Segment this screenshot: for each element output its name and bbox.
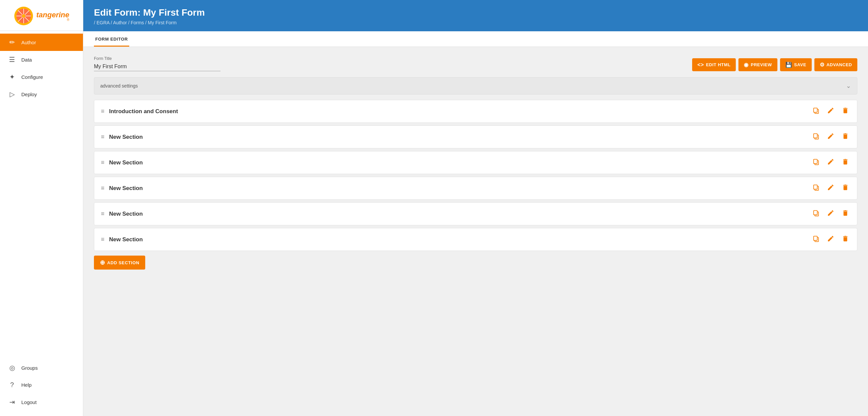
sidebar-item-help[interactable]: ? Help — [0, 376, 83, 393]
section-title: Introduction and Consent — [109, 108, 178, 115]
page-header: Edit Form: My First Form / EGRA / Author… — [83, 0, 868, 31]
section-title: New Section — [109, 134, 143, 140]
help-icon: ? — [8, 381, 16, 389]
sidebar-item-deploy[interactable]: ▷ Deploy — [0, 85, 83, 103]
section-left: ≡ New Section — [101, 159, 143, 166]
delete-section-button[interactable] — [840, 158, 850, 168]
sidebar: tangerine ® ✏ Author ☰ Data ✦ Configure … — [0, 0, 83, 416]
sidebar-item-configure[interactable]: ✦ Configure — [0, 68, 83, 85]
section-row: ≡ New Section — [94, 202, 857, 225]
section-row: ≡ New Section — [94, 177, 857, 200]
svg-rect-8 — [814, 108, 817, 112]
section-left: ≡ New Section — [101, 236, 143, 243]
copy-section-button[interactable] — [811, 234, 821, 245]
save-label: SAVE — [794, 62, 806, 67]
drag-handle-icon[interactable]: ≡ — [101, 159, 104, 166]
logo-icon — [14, 6, 34, 26]
page-title: Edit Form: My First Form — [94, 7, 857, 18]
sidebar-label-logout: Logout — [21, 400, 37, 405]
edit-html-label: EDIT HTML — [706, 62, 731, 67]
drag-handle-icon[interactable]: ≡ — [101, 108, 104, 115]
preview-button[interactable]: ◉ PREVIEW — [738, 58, 777, 71]
section-title: New Section — [109, 211, 143, 217]
author-icon: ✏ — [8, 38, 16, 46]
form-title-input[interactable] — [94, 62, 220, 71]
sections-list: ≡ Introduction and Consent — [94, 100, 857, 251]
drag-handle-icon[interactable]: ≡ — [101, 236, 104, 243]
groups-icon: ◎ — [8, 364, 16, 372]
copy-icon — [812, 184, 820, 191]
form-title-row: Form Title <> EDIT HTML ◉ PREVIEW 💾 SAVE… — [94, 56, 857, 71]
sidebar-item-author[interactable]: ✏ Author — [0, 34, 83, 51]
section-left: ≡ New Section — [101, 210, 143, 217]
save-icon: 💾 — [785, 62, 793, 68]
form-title-label: Form Title — [94, 56, 220, 61]
drag-handle-icon[interactable]: ≡ — [101, 210, 104, 217]
copy-section-button[interactable] — [811, 106, 821, 116]
deploy-icon: ▷ — [8, 90, 16, 98]
edit-section-button[interactable] — [826, 158, 836, 168]
section-actions — [811, 234, 850, 245]
tab-form-editor[interactable]: FORM EDITOR — [94, 31, 129, 46]
section-actions — [811, 132, 850, 142]
add-section-icon: ⊕ — [100, 259, 105, 266]
drag-handle-icon[interactable]: ≡ — [101, 134, 104, 140]
copy-section-button[interactable] — [811, 132, 821, 142]
svg-rect-10 — [814, 134, 817, 138]
section-left: ≡ New Section — [101, 185, 143, 192]
sidebar-label-data: Data — [21, 57, 32, 63]
advanced-icon: ⚙ — [820, 62, 825, 68]
delete-section-button[interactable] — [840, 106, 850, 116]
copy-section-button[interactable] — [811, 158, 821, 168]
edit-icon — [827, 184, 834, 191]
edit-html-button[interactable]: <> EDIT HTML — [692, 58, 736, 71]
delete-section-button[interactable] — [840, 132, 850, 142]
edit-section-button[interactable] — [826, 106, 836, 116]
copy-icon — [812, 133, 820, 140]
sidebar-label-deploy: Deploy — [21, 92, 37, 97]
preview-label: PREVIEW — [751, 62, 772, 67]
tab-bar: FORM EDITOR — [83, 31, 868, 47]
edit-section-button[interactable] — [826, 234, 836, 245]
sidebar-item-logout[interactable]: ⇥ Logout — [0, 393, 83, 411]
svg-point-6 — [22, 14, 25, 18]
preview-icon: ◉ — [744, 62, 749, 68]
breadcrumb: / EGRA / Author / Forms / My First Form — [94, 20, 857, 25]
delete-section-button[interactable] — [840, 234, 850, 245]
sidebar-item-groups[interactable]: ◎ Groups — [0, 359, 83, 376]
delete-section-button[interactable] — [840, 209, 850, 219]
configure-icon: ✦ — [8, 73, 16, 81]
edit-section-button[interactable] — [826, 209, 836, 219]
advanced-settings-row[interactable]: advanced settings ⌄ — [94, 77, 857, 95]
trash-icon — [842, 133, 849, 140]
trash-icon — [842, 235, 849, 242]
section-actions — [811, 158, 850, 168]
add-section-button[interactable]: ⊕ ADD SECTION — [94, 255, 145, 270]
copy-icon — [812, 209, 820, 217]
trash-icon — [842, 209, 849, 217]
copy-section-button[interactable] — [811, 209, 821, 219]
section-row: ≡ Introduction and Consent — [94, 100, 857, 123]
section-actions — [811, 183, 850, 193]
sidebar-item-data[interactable]: ☰ Data — [0, 51, 83, 68]
edit-icon — [827, 107, 834, 114]
data-icon: ☰ — [8, 56, 16, 64]
sidebar-bottom: ◎ Groups ? Help ⇥ Logout — [0, 359, 83, 416]
svg-rect-16 — [814, 211, 817, 215]
action-buttons: <> EDIT HTML ◉ PREVIEW 💾 SAVE ⚙ ADVANCED — [692, 58, 857, 71]
section-actions — [811, 106, 850, 116]
logo-text: tangerine — [36, 11, 69, 19]
drag-handle-icon[interactable]: ≡ — [101, 185, 104, 192]
sidebar-label-author: Author — [21, 40, 36, 45]
trash-icon — [842, 184, 849, 191]
edit-icon — [827, 209, 834, 217]
edit-section-button[interactable] — [826, 183, 836, 193]
edit-icon — [827, 158, 834, 165]
sidebar-label-help: Help — [21, 382, 32, 388]
edit-section-button[interactable] — [826, 132, 836, 142]
advanced-button[interactable]: ⚙ ADVANCED — [814, 58, 857, 71]
save-button[interactable]: 💾 SAVE — [780, 58, 812, 71]
delete-section-button[interactable] — [840, 183, 850, 193]
svg-rect-18 — [814, 236, 817, 241]
copy-section-button[interactable] — [811, 183, 821, 193]
